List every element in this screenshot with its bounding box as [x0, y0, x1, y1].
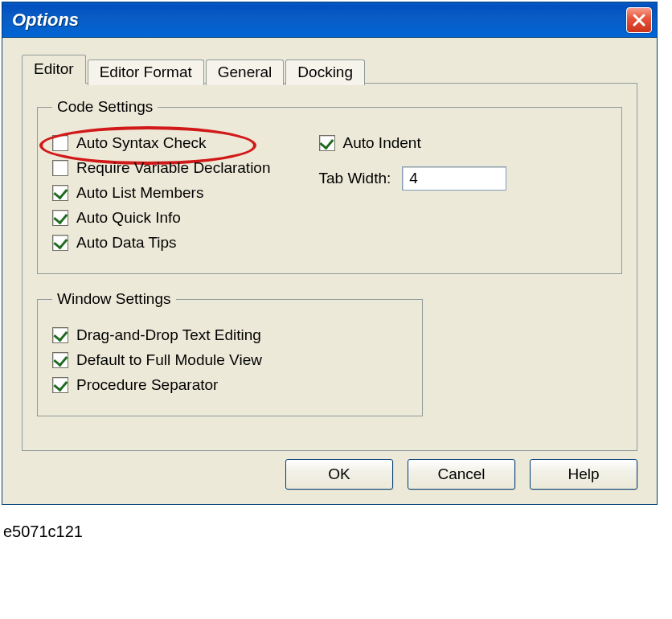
window-settings-legend: Window Settings — [52, 290, 176, 308]
require-var-decl-label[interactable]: Require Variable Declaration — [76, 159, 271, 177]
auto-list-members-row: Auto List Members — [52, 184, 271, 202]
tab-editor-format[interactable]: Editor Format — [88, 59, 204, 85]
drag-drop-row: Drag-and-Drop Text Editing — [52, 326, 408, 344]
full-module-label[interactable]: Default to Full Module View — [76, 351, 262, 369]
require-var-decl-row: Require Variable Declaration — [52, 159, 271, 177]
auto-indent-checkbox[interactable] — [319, 135, 335, 151]
auto-syntax-check-checkbox[interactable] — [52, 135, 68, 151]
titlebar: Options — [2, 2, 657, 38]
auto-indent-row: Auto Indent — [319, 134, 507, 152]
code-settings-group: Code Settings Auto Syntax Check Require … — [37, 98, 622, 274]
proc-sep-row: Procedure Separator — [52, 376, 408, 394]
dialog-content: Editor Editor Format General Docking Cod… — [2, 38, 657, 504]
auto-list-members-label[interactable]: Auto List Members — [76, 184, 203, 202]
cancel-button[interactable]: Cancel — [408, 459, 515, 490]
tab-strip: Editor Editor Format General Docking — [22, 54, 637, 83]
tab-width-row: Tab Width: — [319, 166, 507, 191]
auto-data-tips-row: Auto Data Tips — [52, 234, 271, 252]
auto-syntax-check-label[interactable]: Auto Syntax Check — [76, 134, 207, 152]
tab-width-label: Tab Width: — [319, 170, 391, 187]
auto-indent-label[interactable]: Auto Indent — [343, 134, 421, 152]
auto-data-tips-label[interactable]: Auto Data Tips — [76, 234, 177, 252]
require-var-decl-checkbox[interactable] — [52, 160, 68, 176]
auto-quick-info-label[interactable]: Auto Quick Info — [76, 209, 181, 227]
ok-button[interactable]: OK — [285, 459, 393, 490]
full-module-checkbox[interactable] — [52, 352, 68, 368]
auto-quick-info-row: Auto Quick Info — [52, 209, 271, 227]
auto-syntax-check-row: Auto Syntax Check — [52, 134, 271, 152]
close-button[interactable] — [626, 7, 652, 33]
help-button[interactable]: Help — [530, 459, 637, 490]
proc-sep-label[interactable]: Procedure Separator — [76, 376, 218, 394]
dialog-buttons: OK Cancel Help — [22, 459, 637, 490]
drag-drop-label[interactable]: Drag-and-Drop Text Editing — [76, 326, 261, 344]
auto-list-members-checkbox[interactable] — [52, 185, 68, 201]
auto-quick-info-checkbox[interactable] — [52, 210, 68, 226]
footnote: e5071c121 — [3, 523, 670, 541]
tab-editor[interactable]: Editor — [22, 55, 86, 84]
options-window: Options Editor Editor Format General Doc… — [2, 2, 658, 505]
tab-panel-editor: Code Settings Auto Syntax Check Require … — [22, 83, 637, 451]
tab-general[interactable]: General — [206, 59, 285, 85]
full-module-row: Default to Full Module View — [52, 351, 408, 369]
drag-drop-checkbox[interactable] — [52, 327, 68, 343]
window-title: Options — [12, 10, 79, 31]
window-settings-group: Window Settings Drag-and-Drop Text Editi… — [37, 290, 423, 416]
tab-width-input[interactable] — [402, 166, 506, 191]
close-icon — [632, 13, 646, 27]
tab-docking[interactable]: Docking — [285, 59, 365, 85]
code-settings-legend: Code Settings — [52, 98, 158, 116]
proc-sep-checkbox[interactable] — [52, 377, 68, 393]
auto-data-tips-checkbox[interactable] — [52, 235, 68, 251]
